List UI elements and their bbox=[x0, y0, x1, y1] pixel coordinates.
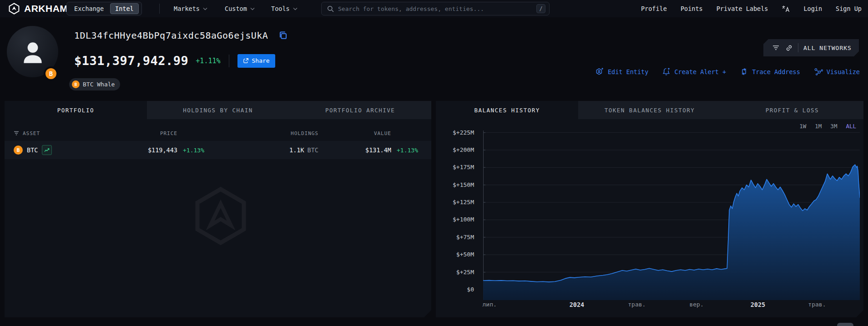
column-header-asset[interactable]: ASSET bbox=[23, 130, 40, 136]
link-icon bbox=[785, 44, 793, 52]
copy-address-icon[interactable] bbox=[278, 31, 288, 40]
time-range-selector: 1W 1M 3M ALL bbox=[799, 123, 856, 130]
nav-link-profile[interactable]: Profile bbox=[641, 5, 667, 12]
y-axis-tick-label: $+175M bbox=[453, 164, 474, 171]
chevron-down-icon bbox=[203, 7, 207, 10]
x-axis-tick-label: 2024 bbox=[552, 301, 602, 308]
menu-markets[interactable]: Markets bbox=[174, 0, 207, 17]
chevron-down-icon bbox=[293, 7, 298, 10]
range-all[interactable]: ALL bbox=[846, 123, 856, 130]
range-1w[interactable]: 1W bbox=[799, 123, 806, 130]
holdings-unit: BTC bbox=[308, 146, 318, 154]
range-1m[interactable]: 1M bbox=[815, 123, 822, 130]
trace-route-icon bbox=[740, 67, 748, 76]
divider bbox=[798, 43, 798, 52]
menu-custom[interactable]: Custom bbox=[225, 0, 255, 17]
chart-x-axis-labels: лип.2024трав.вер.2025трав. bbox=[483, 301, 860, 312]
y-axis-tick-label: $+100M bbox=[453, 216, 474, 223]
balance-change: +1.11% bbox=[196, 57, 220, 65]
mode-toggle: Exchange Intel bbox=[66, 2, 142, 15]
y-axis-tick-label: $+25M bbox=[456, 269, 474, 276]
table-row-btc[interactable]: B BTC $119,443 +1.13% 1.1K BTC $131.4M +… bbox=[5, 141, 431, 159]
y-axis-tick-label: $+50M bbox=[456, 251, 474, 258]
portfolio-tabs: PORTFOLIO HOLDINGS BY CHAIN PORTFOLIO AR… bbox=[5, 101, 431, 119]
sort-filter-icon[interactable] bbox=[14, 131, 19, 136]
tab-holdings-by-chain[interactable]: HOLDINGS BY CHAIN bbox=[147, 101, 289, 119]
value-change: +1.13% bbox=[391, 147, 422, 154]
arkham-logo-icon bbox=[8, 3, 20, 15]
visualize-button[interactable]: Visualize bbox=[814, 67, 860, 76]
x-axis-tick-label: 2025 bbox=[733, 301, 783, 308]
filter-icon bbox=[772, 45, 780, 51]
asset-value: $131.4M bbox=[318, 146, 391, 154]
holdings-table-header: ASSET PRICE HOLDINGS VALUE bbox=[5, 125, 431, 141]
create-alert-button[interactable]: Create Alert + bbox=[662, 67, 726, 76]
tab-profit-and-loss[interactable]: PROFIT & LOSS bbox=[721, 101, 863, 119]
balance-history-chart[interactable] bbox=[483, 130, 860, 300]
tab-portfolio-archive[interactable]: PORTFOLIO ARCHIVE bbox=[289, 101, 431, 119]
search-icon bbox=[327, 5, 334, 12]
x-axis-tick-label: трав. bbox=[612, 301, 662, 308]
y-axis-tick-label: $+150M bbox=[453, 181, 474, 188]
x-axis-tick-label: трав. bbox=[792, 301, 842, 308]
all-networks-selector[interactable]: ALL NETWORKS bbox=[763, 39, 859, 56]
entity-actions: Edit Entity Create Alert + Trace Address… bbox=[595, 67, 860, 76]
search-input[interactable] bbox=[338, 5, 532, 12]
nav-divider bbox=[159, 4, 160, 14]
mode-option-intel[interactable]: Intel bbox=[110, 3, 139, 14]
price-change: +1.13% bbox=[177, 147, 216, 154]
tab-balances-history[interactable]: BALANCES HISTORY bbox=[436, 101, 578, 119]
signup-button[interactable]: Sign Up bbox=[836, 5, 862, 12]
address-row: 1DL34fcHHye4BbPq7aixdc58aGo6ejsUkA bbox=[74, 30, 288, 41]
share-button[interactable]: Share bbox=[237, 54, 275, 68]
asset-holdings: 1.1K bbox=[289, 146, 304, 154]
price-chart-icon[interactable] bbox=[42, 145, 52, 155]
divider bbox=[229, 55, 229, 67]
portfolio-balance: $131,397,942.99 bbox=[74, 54, 188, 68]
language-icon[interactable] bbox=[782, 5, 790, 12]
column-header-holdings[interactable]: HOLDINGS bbox=[216, 130, 318, 136]
btc-icon: B bbox=[14, 145, 23, 155]
mode-option-exchange[interactable]: Exchange bbox=[70, 4, 108, 14]
chevron-down-icon bbox=[250, 7, 255, 10]
login-button[interactable]: Login bbox=[803, 5, 822, 12]
graph-nodes-icon bbox=[814, 67, 823, 76]
global-search[interactable]: / bbox=[321, 2, 550, 15]
balances-history-panel: BALANCES HISTORY TOKEN BALANCES HISTORY … bbox=[436, 101, 863, 317]
tab-token-balances-history[interactable]: TOKEN BALANCES HISTORY bbox=[578, 101, 721, 119]
chart-y-axis-labels: $0$+25M$+50M$+75M$+100M$+125M$+150M$+175… bbox=[436, 130, 479, 300]
y-axis-tick-label: $0 bbox=[467, 286, 474, 293]
y-axis-tick-label: $+200M bbox=[453, 146, 474, 153]
x-axis-tick-label: лип. bbox=[464, 301, 515, 308]
brand-logo[interactable]: ARKHAM bbox=[8, 0, 68, 17]
networks-label: ALL NETWORKS bbox=[803, 45, 852, 51]
external-link-icon bbox=[243, 58, 249, 64]
edit-entity-icon bbox=[595, 67, 604, 76]
nav-right: Profile Points Private Labels Login Sign… bbox=[641, 0, 862, 17]
wallet-address[interactable]: 1DL34fcHHye4BbPq7aixdc58aGo6ejsUkA bbox=[74, 30, 268, 41]
y-axis-tick-label: $+125M bbox=[453, 199, 474, 206]
top-navbar: ARKHAM Exchange Intel Markets Custom Too… bbox=[0, 0, 868, 17]
y-axis-tick-label: $+75M bbox=[456, 234, 474, 241]
arkham-watermark-logo bbox=[191, 186, 250, 246]
entity-tag-btc-whale[interactable]: B BTC Whale bbox=[69, 78, 120, 90]
bell-plus-icon bbox=[662, 67, 671, 76]
column-header-price[interactable]: PRICE bbox=[91, 130, 177, 136]
btc-icon: B bbox=[72, 80, 80, 88]
nav-link-points[interactable]: Points bbox=[681, 5, 703, 12]
chart-tabs: BALANCES HISTORY TOKEN BALANCES HISTORY … bbox=[436, 101, 863, 119]
chat-widget-partial[interactable] bbox=[837, 323, 853, 326]
search-shortcut-badge: / bbox=[536, 4, 545, 13]
asset-symbol: BTC bbox=[27, 146, 38, 154]
menu-tools[interactable]: Tools bbox=[271, 0, 298, 17]
person-icon bbox=[19, 38, 47, 66]
balance-row: $131,397,942.99 +1.11% Share bbox=[74, 54, 275, 68]
tab-portfolio[interactable]: PORTFOLIO bbox=[5, 101, 147, 119]
nav-link-private-labels[interactable]: Private Labels bbox=[717, 5, 768, 12]
trace-address-button[interactable]: Trace Address bbox=[740, 67, 800, 76]
edit-entity-button[interactable]: Edit Entity bbox=[595, 67, 648, 76]
range-3m[interactable]: 3M bbox=[830, 123, 837, 130]
brand-wordmark: ARKHAM bbox=[24, 3, 68, 14]
column-header-value[interactable]: VALUE bbox=[318, 130, 391, 136]
y-axis-tick-label: $+225M bbox=[453, 129, 474, 136]
